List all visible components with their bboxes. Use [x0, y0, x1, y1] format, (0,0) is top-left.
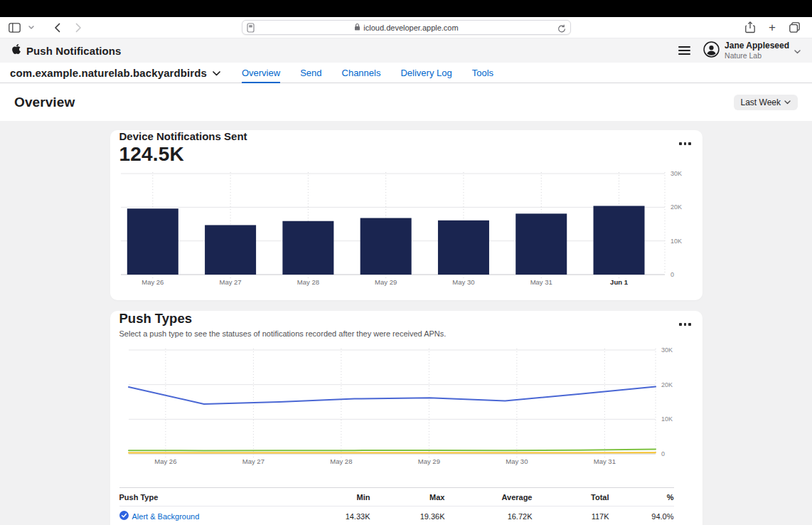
device-notifications-card: Device Notifications Sent 124.5K 010K20K…: [110, 130, 703, 300]
svg-text:20K: 20K: [671, 203, 682, 211]
svg-text:May 30: May 30: [506, 457, 528, 465]
new-tab-icon[interactable]: +: [764, 20, 780, 36]
svg-text:Jun 1: Jun 1: [610, 278, 629, 286]
table-cell: 16.72K: [445, 507, 533, 525]
card-title: Device Notifications Sent: [119, 130, 703, 142]
device-notifications-bar-chart: 010K20K30KMay 26May 27May 28May 29May 30…: [119, 170, 693, 288]
push-types-table: Push TypeMinMaxAverageTotal% Alert & Bac…: [119, 487, 674, 525]
svg-text:0: 0: [661, 450, 665, 457]
bundle-id-selector[interactable]: com.example.naturelab.backyardbirds: [10, 66, 220, 79]
page-title: Overview: [14, 95, 75, 110]
push-type-link[interactable]: Alert & Background: [132, 512, 200, 521]
forward-button-icon[interactable]: [70, 20, 86, 36]
push-types-line-chart: 010K20K30KMay 26May 27May 28May 29May 30…: [119, 348, 693, 467]
more-options-icon[interactable]: [677, 140, 693, 147]
back-button-icon[interactable]: [49, 20, 65, 36]
column-header: Max: [370, 488, 445, 507]
url-text: icloud.developer.apple.com: [363, 23, 458, 32]
total-sent-value: 124.5K: [119, 143, 703, 166]
svg-text:May 28: May 28: [297, 278, 319, 286]
svg-text:May 29: May 29: [375, 278, 397, 286]
app-nav: com.example.naturelab.backyardbirds Over…: [0, 63, 812, 83]
nav-tabs: OverviewSendChannelsDelivery LogTools: [232, 63, 503, 83]
user-chevron-icon: [794, 44, 801, 57]
card-title: Push Types: [119, 311, 703, 327]
tab-overview[interactable]: Overview: [232, 63, 290, 83]
sidebar-chevron-icon[interactable]: [23, 20, 39, 36]
svg-text:0: 0: [671, 271, 674, 278]
bundle-chevron-icon: [213, 66, 220, 79]
more-options-icon[interactable]: [677, 321, 693, 328]
column-header: Push Type: [119, 488, 296, 507]
svg-text:20K: 20K: [661, 381, 673, 388]
page-content: Device Notifications Sent 124.5K 010K20K…: [0, 121, 812, 525]
svg-text:May 26: May 26: [154, 457, 176, 465]
svg-text:May 27: May 27: [219, 278, 241, 286]
column-header: %: [609, 488, 674, 507]
card-subtitle: Select a push type to see the statuses o…: [119, 329, 703, 338]
svg-text:May 26: May 26: [141, 278, 164, 286]
browser-toolbar: icloud.developer.apple.com +: [0, 17, 812, 38]
user-name: Jane Appleseed: [725, 41, 789, 51]
table-cell: 94.0%: [609, 507, 674, 525]
svg-text:May 31: May 31: [593, 457, 615, 465]
svg-text:30K: 30K: [661, 348, 673, 354]
table-cell: 117K: [533, 507, 609, 525]
app-header: Push Notifications Jane Appleseed Nature…: [0, 38, 812, 63]
push-types-card: Push Types Select a push type to see the…: [110, 311, 703, 525]
user-org: Nature Lab: [725, 51, 789, 60]
user-avatar-icon: [703, 41, 720, 60]
svg-text:30K: 30K: [671, 170, 682, 177]
page-settings-icon[interactable]: [247, 23, 255, 36]
system-menubar: [0, 0, 812, 17]
tab-tools[interactable]: Tools: [462, 63, 503, 83]
tab-channels[interactable]: Channels: [332, 63, 391, 83]
user-menu[interactable]: Jane Appleseed Nature Lab: [703, 41, 801, 60]
bundle-id: com.example.naturelab.backyardbirds: [10, 67, 207, 79]
date-range-button[interactable]: Last Week: [734, 95, 798, 110]
svg-text:May 30: May 30: [452, 278, 474, 286]
tab-delivery-log[interactable]: Delivery Log: [390, 63, 461, 83]
tab-send[interactable]: Send: [290, 63, 331, 83]
check-circle-icon: [119, 511, 129, 521]
share-icon[interactable]: [742, 20, 758, 36]
svg-text:May 29: May 29: [417, 457, 439, 465]
lock-icon: [354, 21, 360, 34]
tab-overview-icon[interactable]: [786, 20, 802, 36]
page-title-row: Overview Last Week: [0, 83, 812, 121]
app-title: Push Notifications: [26, 45, 121, 57]
svg-text:10K: 10K: [661, 415, 673, 423]
sidebar-toggle-icon[interactable]: [6, 20, 22, 36]
svg-text:May 27: May 27: [242, 457, 264, 465]
column-header: Total: [533, 488, 609, 507]
column-header: Min: [296, 488, 370, 507]
reload-icon[interactable]: [557, 23, 566, 36]
table-cell: 19.36K: [370, 507, 445, 525]
column-header: Average: [445, 488, 533, 507]
table-row: Alert & Background14.33K19.36K16.72K117K…: [119, 507, 674, 525]
apple-logo-icon: [11, 43, 21, 58]
svg-text:May 31: May 31: [530, 278, 552, 286]
svg-text:May 28: May 28: [330, 457, 352, 465]
svg-text:10K: 10K: [671, 238, 682, 245]
address-bar[interactable]: icloud.developer.apple.com: [242, 20, 571, 35]
table-cell: 14.33K: [296, 507, 370, 525]
menu-icon[interactable]: [677, 45, 692, 56]
